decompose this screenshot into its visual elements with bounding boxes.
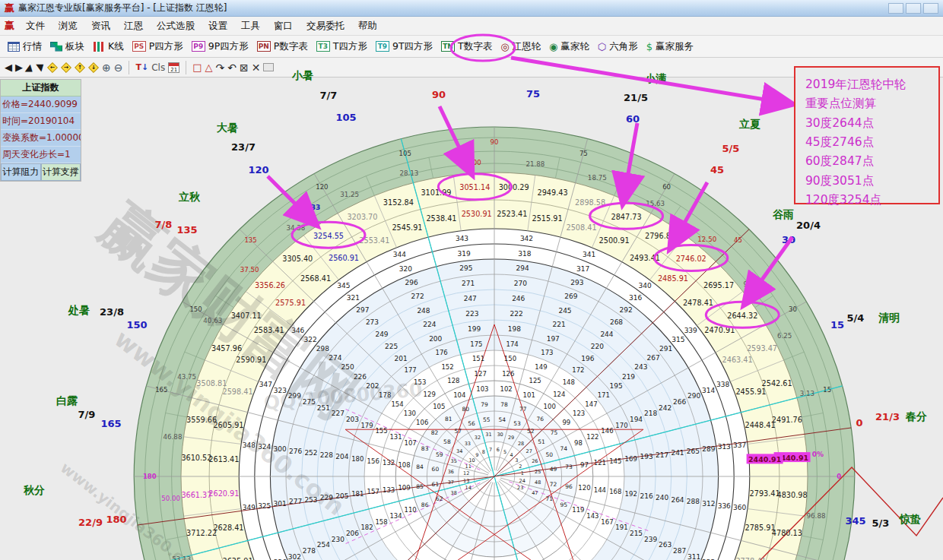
- svg-text:241: 241: [671, 449, 684, 457]
- sector-blocks-button[interactable]: 板块: [46, 39, 88, 55]
- gann-wheel-canvas[interactable]: 1234567891011121314232425262728293031323…: [0, 0, 943, 560]
- ps-badge-button[interactable]: PSP四方形: [129, 39, 187, 55]
- svg-text:32: 32: [475, 435, 481, 441]
- svg-text:3457.96: 3457.96: [211, 344, 242, 353]
- svg-text:47: 47: [532, 490, 538, 496]
- svg-text:196: 196: [581, 355, 594, 362]
- svg-text:348: 348: [243, 441, 256, 449]
- menu-item-0[interactable]: 文件: [19, 17, 52, 35]
- svg-text:立夏: 立夏: [738, 118, 760, 130]
- rect-tool-button[interactable]: □: [192, 62, 202, 73]
- close-button[interactable]: [923, 3, 938, 14]
- svg-text:23/7: 23/7: [231, 141, 256, 153]
- svg-text:秋分: 秋分: [23, 484, 45, 496]
- menu-item-1[interactable]: 浏览: [52, 17, 84, 35]
- step-right-button[interactable]: →: [61, 62, 71, 73]
- rotate-cw-button[interactable]: ↷: [215, 62, 224, 74]
- gann-wheel-button[interactable]: ◎江恩轮: [497, 39, 545, 55]
- calendar-button[interactable]: 21: [168, 62, 179, 73]
- svg-text:126: 126: [502, 370, 514, 378]
- svg-text:3661.37: 3661.37: [181, 491, 211, 499]
- svg-text:288: 288: [687, 498, 700, 505]
- svg-text:4830.98: 4830.98: [777, 491, 808, 499]
- svg-text:30: 30: [782, 234, 795, 245]
- t3-badge-button[interactable]: T3T四方形: [313, 39, 371, 55]
- svg-text:25: 25: [535, 469, 541, 475]
- delete-box-button[interactable]: ⊠: [240, 62, 249, 74]
- tn-badge-button[interactable]: TNT数字表: [437, 39, 496, 55]
- menu-item-5[interactable]: 设置: [202, 17, 234, 35]
- hexagon-button[interactable]: ⬡六角形: [594, 39, 642, 55]
- triangle-tool-button[interactable]: △: [205, 62, 212, 73]
- svg-text:198: 198: [508, 325, 521, 333]
- svg-text:59: 59: [436, 451, 443, 458]
- menu-item-7[interactable]: 窗口: [267, 17, 300, 35]
- zoom-in-button[interactable]: ⊕: [102, 62, 111, 74]
- svg-text:3000.29: 3000.29: [499, 183, 529, 191]
- menu-item-4[interactable]: 公式选股: [150, 17, 202, 35]
- step-left-button[interactable]: ←: [47, 62, 58, 73]
- svg-text:165: 165: [100, 418, 121, 429]
- svg-text:98: 98: [574, 439, 583, 447]
- calc-resistance-button[interactable]: 计算阻力: [1, 163, 41, 181]
- index-name: 上证指数: [1, 80, 81, 96]
- maximize-button[interactable]: [906, 3, 921, 14]
- svg-text:惊蛰: 惊蛰: [899, 513, 921, 525]
- ps-badge-label: P四方形: [149, 40, 183, 53]
- svg-text:2491.76: 2491.76: [772, 416, 802, 424]
- svg-text:2538.41: 2538.41: [426, 214, 456, 223]
- svg-text:229: 229: [320, 494, 333, 501]
- menu-item-6[interactable]: 工具: [234, 17, 267, 35]
- svg-text:311: 311: [687, 553, 700, 560]
- key-level-line: 60度2847点: [805, 154, 874, 168]
- svg-text:3305.40: 3305.40: [282, 255, 313, 263]
- market-grid-button[interactable]: 行情: [4, 39, 46, 55]
- p9-badge-button[interactable]: P99P四方形: [188, 39, 252, 55]
- svg-text:81: 81: [445, 416, 452, 422]
- nav-down-button[interactable]: ▼: [35, 62, 45, 73]
- svg-text:338: 338: [716, 381, 729, 388]
- zoom-out-button[interactable]: ⊖: [114, 62, 123, 74]
- svg-text:75: 75: [526, 88, 540, 100]
- step-up-button[interactable]: ↑: [75, 62, 85, 73]
- svg-text:2560.91: 2560.91: [329, 254, 359, 262]
- svg-text:76: 76: [536, 416, 544, 422]
- svg-text:220: 220: [591, 343, 604, 350]
- svg-text:86: 86: [421, 501, 429, 508]
- svg-text:3407.11: 3407.11: [231, 312, 262, 320]
- cls-button[interactable]: Cls: [151, 62, 165, 73]
- svg-text:15.63: 15.63: [646, 200, 665, 207]
- annotation-arrow: [624, 123, 637, 199]
- winner-wheel-button[interactable]: ◉赢家轮: [545, 39, 593, 55]
- kline-candles-button[interactable]: K线: [89, 39, 128, 55]
- calc-support-button[interactable]: 计算支撑: [41, 163, 81, 181]
- svg-text:12.50: 12.50: [697, 236, 716, 243]
- nav-up-button[interactable]: ▲: [24, 62, 34, 73]
- step-down-button[interactable]: ↓: [88, 62, 99, 73]
- menu-item-2[interactable]: 资讯: [84, 17, 117, 35]
- svg-text:105: 105: [399, 150, 411, 157]
- wheel-angle-lines: [138, 139, 851, 560]
- svg-text:170: 170: [615, 422, 627, 429]
- menu-item-3[interactable]: 江恩: [117, 17, 150, 35]
- nav-left-button[interactable]: ◀: [5, 62, 12, 73]
- svg-text:199: 199: [468, 325, 481, 333]
- menu-item-8[interactable]: 交易委托: [300, 17, 351, 35]
- pn-badge-button[interactable]: PNP数字表: [253, 39, 312, 55]
- nav-right-button[interactable]: ▶: [15, 62, 23, 73]
- svg-text:276: 276: [289, 448, 302, 455]
- svg-text:265: 265: [687, 448, 700, 455]
- svg-text:130: 130: [404, 410, 416, 417]
- t9-badge-button[interactable]: T99T四方形: [372, 39, 437, 55]
- svg-text:www.yingjia360.com: www.yingjia360.com: [109, 324, 350, 522]
- cross-tool-button[interactable]: ✕: [252, 62, 261, 74]
- dollar-button[interactable]: $赢家服务: [643, 39, 697, 55]
- minimize-button[interactable]: [888, 3, 903, 14]
- svg-text:217: 217: [656, 451, 668, 459]
- t9-badge-label: 9T四方形: [392, 40, 433, 53]
- rotate-ccw-button[interactable]: ↶: [227, 62, 237, 74]
- svg-text:171: 171: [598, 391, 610, 399]
- t-down-button[interactable]: T↓: [135, 62, 148, 72]
- menu-item-9[interactable]: 帮助: [351, 17, 384, 35]
- info-row-0: 价格=2440.9099: [1, 96, 81, 113]
